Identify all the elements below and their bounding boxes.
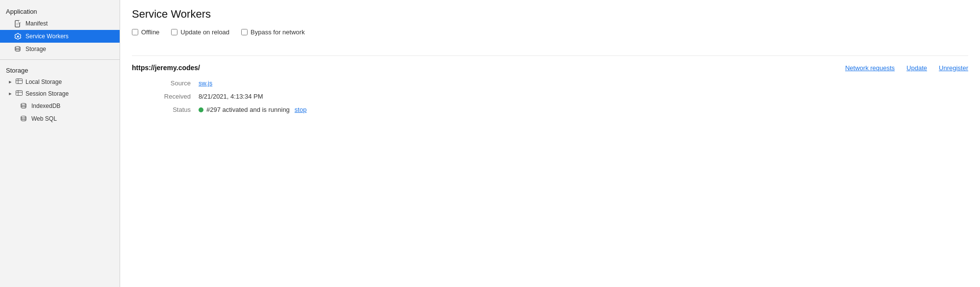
- svg-rect-6: [16, 79, 23, 84]
- sidebar-item-session-storage-label: Session Storage: [25, 90, 69, 97]
- grid-icon-session: [16, 90, 23, 97]
- sidebar-item-storage[interactable]: Storage: [0, 43, 120, 55]
- status-text: #297 activated and is running: [206, 106, 290, 113]
- svg-point-12: [21, 104, 26, 105]
- db-icon: [14, 45, 22, 53]
- chevron-right-icon: ►: [8, 79, 13, 84]
- svg-point-13: [21, 116, 26, 118]
- service-worker-entry: https://jeremy.codes/ Network requests U…: [132, 55, 968, 113]
- sidebar-item-manifest[interactable]: Manifest: [0, 17, 120, 30]
- status-indicator: #297 activated and is running stop: [199, 106, 306, 113]
- sw-actions: Network requests Update Unregister: [845, 64, 968, 72]
- application-section-title: Application: [0, 4, 120, 17]
- svg-rect-1: [19, 21, 21, 23]
- gear-icon: [14, 32, 22, 40]
- network-requests-link[interactable]: Network requests: [845, 64, 895, 72]
- status-dot: [199, 107, 203, 112]
- offline-option[interactable]: Offline: [132, 28, 159, 36]
- sidebar-item-local-storage[interactable]: ► Local Storage: [0, 76, 120, 88]
- svg-rect-9: [16, 91, 23, 96]
- sidebar-item-storage-label: Storage: [25, 46, 46, 52]
- sidebar-divider: [0, 59, 120, 60]
- sidebar-item-indexeddb-label: IndexedDB: [31, 103, 60, 109]
- status-label: Status: [151, 106, 191, 113]
- sw-status-row: Status #297 activated and is running sto…: [151, 106, 968, 113]
- options-row: Offline Update on reload Bypass for netw…: [132, 28, 968, 44]
- sidebar-item-indexeddb[interactable]: IndexedDB: [0, 100, 120, 112]
- sw-url: https://jeremy.codes/: [132, 64, 200, 72]
- sidebar-item-session-storage[interactable]: ► Session Storage: [0, 88, 120, 100]
- page-title: Service Workers: [132, 8, 968, 21]
- db-icon-indexed: [20, 102, 27, 110]
- sidebar-item-web-sql[interactable]: Web SQL: [0, 112, 120, 125]
- sidebar-item-service-workers[interactable]: Service Workers: [0, 30, 120, 43]
- unregister-link[interactable]: Unregister: [939, 64, 968, 72]
- sidebar-item-service-workers-label: Service Workers: [25, 33, 69, 40]
- sw-received-row: Received 8/21/2021, 4:13:34 PM: [151, 93, 968, 100]
- source-label: Source: [151, 79, 191, 87]
- offline-label: Offline: [141, 28, 159, 36]
- bypass-for-network-option[interactable]: Bypass for network: [241, 28, 305, 36]
- bypass-for-network-label: Bypass for network: [251, 28, 305, 36]
- sidebar-item-local-storage-label: Local Storage: [25, 78, 62, 85]
- update-on-reload-option[interactable]: Update on reload: [171, 28, 229, 36]
- source-file-link[interactable]: sw.js: [199, 79, 212, 87]
- offline-checkbox[interactable]: [132, 29, 138, 35]
- storage-section-title: Storage: [0, 64, 120, 76]
- main-panel: Service Workers Offline Update on reload…: [120, 0, 980, 287]
- sidebar-item-web-sql-label: Web SQL: [31, 115, 57, 122]
- svg-point-5: [15, 47, 20, 49]
- update-link[interactable]: Update: [906, 64, 927, 72]
- sw-header: https://jeremy.codes/ Network requests U…: [132, 64, 968, 72]
- document-icon: [14, 20, 22, 27]
- bypass-for-network-checkbox[interactable]: [241, 29, 248, 35]
- received-value: 8/21/2021, 4:13:34 PM: [199, 93, 263, 100]
- received-label: Received: [151, 93, 191, 100]
- sidebar-item-manifest-label: Manifest: [25, 20, 48, 27]
- update-on-reload-label: Update on reload: [180, 28, 229, 36]
- grid-icon-local: [16, 78, 23, 85]
- sw-details: Source sw.js Received 8/21/2021, 4:13:34…: [132, 79, 968, 113]
- stop-link[interactable]: stop: [295, 106, 307, 113]
- sidebar: Application Manifest Service Workers: [0, 0, 120, 287]
- chevron-right-icon-session: ►: [8, 91, 13, 96]
- db-icon-websql: [20, 115, 27, 123]
- update-on-reload-checkbox[interactable]: [171, 29, 177, 35]
- sw-source-row: Source sw.js: [151, 79, 968, 87]
